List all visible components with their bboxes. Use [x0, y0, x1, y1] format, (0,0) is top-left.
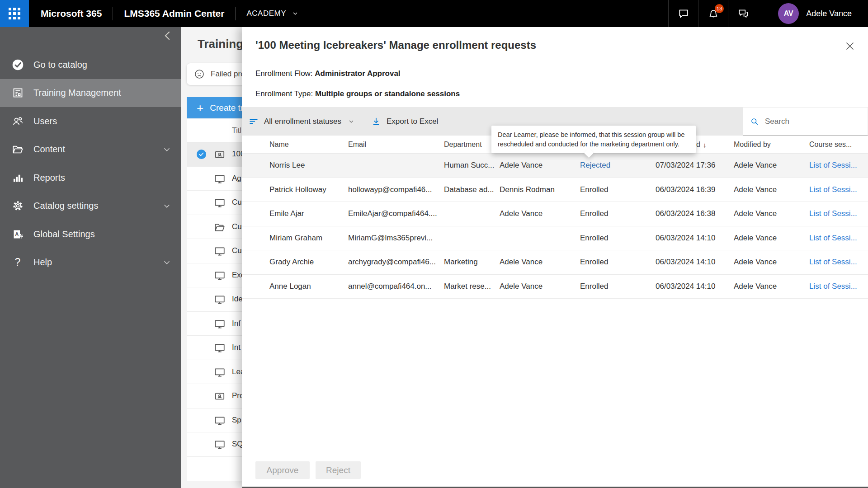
- status-filter-label: All enrollment statuses: [264, 117, 341, 126]
- waffle-icon: [9, 8, 20, 19]
- chat-button[interactable]: [668, 0, 698, 27]
- monitor-icon: [214, 415, 226, 427]
- column-header-modified-fragment[interactable]: d: [696, 141, 700, 149]
- circle-check-icon: [11, 58, 24, 71]
- sidebar-item-users[interactable]: Users: [0, 107, 181, 136]
- microsoft-365-link[interactable]: Microsoft 365: [41, 8, 102, 19]
- cell-modified: 06/03/2024 14:10: [656, 234, 715, 243]
- avatar[interactable]: AV: [778, 3, 799, 24]
- status-filter-dropdown[interactable]: All enrollment statuses: [249, 117, 355, 127]
- notifications-button[interactable]: 13: [698, 0, 728, 27]
- cell-modified: 06/03/2024 14:10: [656, 258, 715, 267]
- monitor-icon: [214, 342, 226, 354]
- table-row[interactable]: Miriam Graham MiriamG@lms365previ... Enr…: [242, 226, 868, 251]
- sidebar-item-training-management[interactable]: Training Management: [0, 79, 181, 108]
- approve-button[interactable]: Approve: [255, 461, 310, 479]
- training-title: Ag: [232, 174, 241, 183]
- cell-name: Patrick Holloway: [269, 185, 326, 194]
- cell-name: Grady Archie: [269, 258, 314, 267]
- tenant-dropdown[interactable]: ACADEMY: [246, 9, 299, 18]
- monitor-icon: [214, 439, 226, 450]
- people-icon: [11, 114, 24, 128]
- training-title: Cu: [232, 246, 242, 255]
- search-icon: [750, 117, 759, 126]
- folder-icon: [11, 143, 24, 156]
- column-header-course-sessions[interactable]: Course ses...: [809, 141, 852, 149]
- question-icon: ?: [11, 256, 24, 269]
- monitor-icon: [214, 366, 226, 378]
- app-launcher-button[interactable]: [0, 0, 29, 27]
- sidebar-item-reports[interactable]: Reports: [0, 164, 181, 192]
- cell-manager: Adele Vance: [500, 209, 542, 218]
- enrollment-flow-value: Administrator Approval: [315, 69, 400, 78]
- cell-status: Enrolled: [580, 185, 608, 194]
- cell-department: Database ad...: [444, 185, 494, 194]
- sidebar-item-go-to-catalog[interactable]: Go to catalog: [0, 51, 181, 79]
- sidebar-collapse-button[interactable]: [161, 29, 175, 43]
- cell-modified: 07/03/2024 17:36: [656, 161, 715, 170]
- search-box[interactable]: [743, 107, 868, 136]
- sidebar-item-label: Go to catalog: [33, 60, 87, 70]
- suite-top-bar: Microsoft 365 LMS365 Admin Center ACADEM…: [0, 0, 868, 27]
- filter-icon: [249, 117, 259, 127]
- reject-button[interactable]: Reject: [316, 461, 361, 479]
- training-title: SQ: [232, 440, 243, 449]
- plus-icon: +: [197, 102, 203, 114]
- topbar-divider: [113, 7, 113, 20]
- topbar-divider: [235, 7, 236, 20]
- column-header-modified-by[interactable]: Modified by: [734, 141, 771, 149]
- enrollment-type-line: Enrollment Type: Multiple groups or stan…: [255, 89, 460, 99]
- list-of-sessions-link[interactable]: List of Sessi...: [809, 258, 857, 267]
- notification-badge: 13: [715, 4, 724, 13]
- table-row[interactable]: Anne Logan annel@compafi464.on... Market…: [242, 275, 868, 299]
- list-of-sessions-link[interactable]: List of Sessi...: [809, 185, 857, 194]
- user-name: Adele Vance: [806, 9, 852, 19]
- close-button[interactable]: [843, 39, 857, 54]
- cell-name: Miriam Graham: [269, 234, 322, 243]
- sidebar-item-label: Reports: [33, 173, 65, 183]
- chevron-down-icon: [162, 145, 172, 155]
- column-header-department[interactable]: Department: [444, 141, 482, 149]
- admin-sidebar: Go to catalog Training Management Users …: [0, 27, 181, 488]
- cell-department: Market rese...: [444, 282, 491, 291]
- cell-status: Enrolled: [580, 234, 608, 243]
- id-badge-icon: [214, 390, 226, 402]
- cell-modified-by: Adele Vance: [734, 185, 777, 194]
- list-of-sessions-link[interactable]: List of Sessi...: [809, 209, 857, 218]
- search-input[interactable]: [765, 117, 860, 126]
- table-row[interactable]: Patrick Holloway hollowayp@compafi46... …: [242, 178, 868, 202]
- table-row[interactable]: Emile Ajar EmileAjar@compafi464.... Adel…: [242, 202, 868, 226]
- table-row[interactable]: Grady Archie archygrady@compafi46... Mar…: [242, 250, 868, 275]
- cell-modified: 06/03/2024 14:10: [656, 282, 715, 291]
- chevron-down-icon: [348, 118, 355, 125]
- training-title: Inf: [232, 319, 241, 328]
- lms365-admin-center-link[interactable]: LMS365 Admin Center: [124, 8, 224, 19]
- sidebar-item-global-settings[interactable]: Global Settings: [0, 220, 181, 249]
- sidebar-item-label: Users: [33, 116, 57, 127]
- feedback-button[interactable]: [728, 0, 758, 27]
- sidebar-item-catalog-settings[interactable]: Catalog settings: [0, 192, 181, 221]
- tooltip-line1: Dear Learner, please be informed, that t…: [498, 130, 696, 140]
- list-of-sessions-link[interactable]: List of Sessi...: [809, 234, 857, 243]
- sidebar-item-content[interactable]: Content: [0, 136, 181, 164]
- export-to-excel-button[interactable]: Export to Excel: [371, 117, 438, 127]
- cell-status[interactable]: Rejected: [580, 161, 610, 170]
- news-icon: [11, 86, 24, 100]
- list-of-sessions-link[interactable]: List of Sessi...: [809, 282, 857, 291]
- tooltip-line2: rescheduled and conducted for the market…: [498, 140, 696, 149]
- cell-status: Enrolled: [580, 282, 608, 291]
- sidebar-item-label: Content: [33, 144, 65, 155]
- chat-icon: [678, 8, 689, 19]
- chevron-down-icon: [162, 201, 172, 211]
- sidebar-item-help[interactable]: ? Help: [0, 249, 181, 277]
- training-title: Sp: [232, 416, 241, 425]
- column-header-name[interactable]: Name: [269, 141, 289, 149]
- table-row[interactable]: Norris Lee Human Succ... Adele Vance Rej…: [242, 154, 868, 178]
- cell-modified-by: Adele Vance: [734, 258, 777, 267]
- column-header-email[interactable]: Email: [348, 141, 366, 149]
- sort-descending-icon[interactable]: ↓: [703, 141, 707, 148]
- cell-modified-by: Adele Vance: [734, 209, 777, 218]
- list-of-sessions-link[interactable]: List of Sessi...: [809, 161, 857, 170]
- monitor-icon: [214, 173, 226, 185]
- selected-check-icon: [197, 150, 206, 159]
